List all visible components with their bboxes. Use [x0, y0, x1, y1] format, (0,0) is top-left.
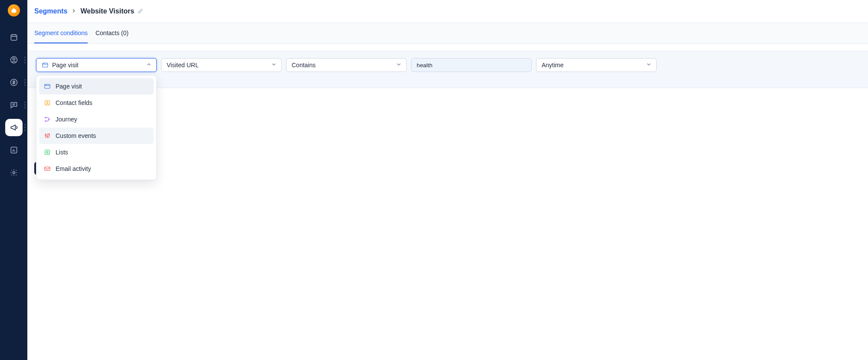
more-dots-icon[interactable] — [24, 124, 26, 131]
condition-type-select[interactable]: Page visit — [36, 58, 157, 72]
svg-point-5 — [13, 58, 15, 60]
svg-point-21 — [46, 85, 46, 85]
sliders-icon — [43, 132, 51, 140]
sidebar-item-billing[interactable] — [0, 73, 27, 92]
conditions-canvas: Page visit Visited URL Contains Anytime — [27, 44, 868, 360]
breadcrumb-current: Website Visitors — [80, 7, 134, 15]
more-dots-icon[interactable] — [24, 79, 26, 86]
sidebar-item-messages[interactable] — [0, 95, 27, 115]
chevron-down-icon — [646, 62, 652, 69]
bar-chart-icon — [10, 146, 18, 154]
dollar-circle-icon — [10, 78, 18, 87]
sidebar-item-contacts[interactable] — [0, 50, 27, 69]
user-circle-icon — [10, 56, 18, 64]
condition-operator-label: Contains — [292, 62, 316, 69]
chevron-down-icon — [396, 62, 402, 69]
dropdown-item-label: Custom events — [56, 132, 96, 139]
breadcrumb: Segments Website Visitors — [34, 7, 144, 15]
sidebar-item-campaigns[interactable] — [0, 118, 27, 137]
condition-field-select[interactable]: Visited URL — [161, 58, 282, 72]
condition-type-label: Page visit — [52, 62, 79, 69]
dropdown-item-custom-events[interactable]: Custom events — [39, 128, 154, 144]
condition-group: Page visit Visited URL Contains Anytime — [27, 51, 868, 88]
envelope-icon — [43, 165, 51, 173]
tabs: Segment conditions Contacts (0) — [27, 23, 868, 44]
condition-row: Page visit Visited URL Contains Anytime — [36, 58, 859, 72]
condition-type-dropdown: Page visit Contact fields Journey Custom… — [36, 75, 157, 180]
sidebar-item-settings[interactable] — [0, 163, 27, 182]
home-icon — [10, 7, 17, 14]
svg-rect-37 — [45, 167, 50, 170]
dropdown-item-label: Email activity — [56, 165, 91, 172]
chevron-down-icon — [271, 62, 277, 69]
nodes-icon — [43, 115, 51, 123]
svg-point-25 — [45, 121, 46, 122]
svg-point-24 — [45, 117, 46, 118]
dropdown-item-label: Journey — [56, 116, 77, 123]
dropdown-item-contact-fields[interactable]: Contact fields — [39, 95, 154, 111]
condition-field-label: Visited URL — [167, 62, 199, 69]
svg-point-26 — [49, 119, 50, 120]
condition-time-label: Anytime — [542, 62, 564, 69]
svg-point-17 — [44, 63, 44, 64]
app-logo[interactable] — [8, 4, 20, 16]
dropdown-item-label: Contact fields — [56, 99, 92, 106]
calendar-icon — [10, 33, 18, 42]
dropdown-item-lists[interactable]: Lists — [39, 144, 154, 160]
svg-point-13 — [13, 172, 15, 174]
gear-icon — [10, 168, 18, 177]
dropdown-item-journey[interactable]: Journey — [39, 111, 154, 128]
svg-point-32 — [49, 134, 50, 135]
svg-point-20 — [45, 85, 46, 85]
browser-icon — [43, 82, 51, 90]
dropdown-item-label: Lists — [56, 149, 68, 156]
chevron-right-icon — [71, 8, 77, 15]
page-header: Segments Website Visitors — [27, 0, 868, 23]
edit-name-button[interactable] — [138, 8, 144, 15]
sidebar-item-calendar[interactable] — [0, 28, 27, 47]
dropdown-item-page-visit[interactable]: Page visit — [39, 78, 154, 95]
more-dots-icon[interactable] — [24, 57, 26, 63]
svg-point-23 — [47, 101, 48, 103]
chat-icon — [10, 101, 18, 109]
more-dots-icon[interactable] — [24, 102, 26, 108]
svg-rect-0 — [11, 35, 16, 40]
svg-point-16 — [43, 63, 43, 64]
dropdown-item-email-activity[interactable]: Email activity — [39, 160, 154, 177]
dropdown-item-label: Page visit — [56, 83, 82, 90]
megaphone-icon — [10, 123, 18, 132]
condition-value-input[interactable] — [411, 58, 532, 72]
browser-icon — [42, 62, 49, 69]
sidebar — [0, 0, 27, 360]
breadcrumb-segments-link[interactable]: Segments — [34, 7, 67, 15]
tab-segment-conditions[interactable]: Segment conditions — [34, 23, 88, 43]
condition-time-select[interactable]: Anytime — [536, 58, 657, 72]
contact-badge-icon — [43, 99, 51, 107]
sidebar-item-reports[interactable] — [0, 141, 27, 160]
main-area: Segments Website Visitors Segment condit… — [27, 0, 868, 360]
list-icon — [43, 148, 51, 156]
svg-point-30 — [45, 134, 46, 136]
svg-point-31 — [47, 136, 48, 137]
tab-contacts[interactable]: Contacts (0) — [95, 23, 128, 43]
chevron-up-icon — [146, 62, 152, 69]
condition-operator-select[interactable]: Contains — [286, 58, 407, 72]
